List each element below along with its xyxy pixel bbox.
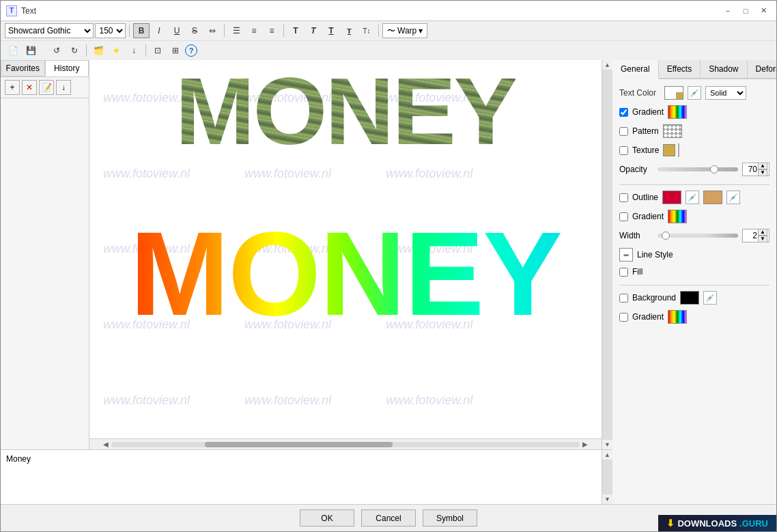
outline-gradient-swatch[interactable] bbox=[668, 210, 687, 223]
bg-gradient-checkbox[interactable] bbox=[619, 313, 628, 322]
redo-button[interactable]: ↻ bbox=[66, 43, 83, 58]
bg-gradient-swatch[interactable] bbox=[668, 310, 687, 324]
text-style-1-button[interactable]: T bbox=[287, 23, 304, 38]
text-input-field[interactable]: Money bbox=[1, 450, 602, 504]
vscroll-up-arrow[interactable]: ▲ bbox=[603, 60, 612, 70]
pattern-swatch[interactable] bbox=[663, 124, 682, 138]
warp-button[interactable]: 〜 Warp ▾ bbox=[382, 23, 427, 38]
gradient-checkbox[interactable] bbox=[619, 108, 628, 117]
view-options-button[interactable]: ⊞ bbox=[167, 43, 184, 58]
tab-shadow[interactable]: Shadow bbox=[701, 60, 747, 78]
text-vscroll-track bbox=[602, 460, 612, 494]
width-thumb[interactable] bbox=[662, 232, 670, 240]
italic-button[interactable]: I bbox=[151, 23, 167, 38]
import-button[interactable]: ↓ bbox=[126, 43, 142, 58]
maximize-button[interactable]: □ bbox=[738, 3, 753, 18]
cancel-button[interactable]: Cancel bbox=[361, 509, 416, 527]
sidebar-tabs: Favorites History bbox=[1, 60, 89, 77]
outline-fill-swatch[interactable] bbox=[703, 191, 722, 204]
gradient-swatch[interactable] bbox=[668, 105, 687, 119]
width-value-container: 2 ▲ ▼ bbox=[742, 229, 769, 242]
opacity-down-btn[interactable]: ▼ bbox=[758, 169, 767, 176]
font-select[interactable]: Showcard Gothic bbox=[5, 23, 94, 38]
outline-eyedropper[interactable]: 💉 bbox=[686, 191, 699, 204]
opacity-slider[interactable] bbox=[658, 167, 738, 171]
hscroll-right-arrow[interactable]: ▶ bbox=[582, 440, 588, 448]
watermark-text: www.fotoview.nl bbox=[244, 393, 331, 408]
direction-button[interactable]: ⇔ bbox=[204, 23, 221, 38]
save-button[interactable]: 💾 bbox=[23, 43, 39, 58]
bg-gradient-row: Gradient bbox=[619, 310, 769, 324]
align-right-button[interactable]: ≡ bbox=[264, 23, 280, 38]
tab-deform[interactable]: Deform bbox=[748, 60, 776, 78]
divider-1 bbox=[619, 184, 769, 185]
text-color-swatch[interactable] bbox=[664, 86, 683, 100]
outline-checkbox[interactable] bbox=[619, 193, 628, 202]
remove-favorite-button[interactable]: ✕ bbox=[22, 80, 37, 95]
canvas-area[interactable]: www.fotoview.nl www.fotoview.nl www.foto… bbox=[89, 60, 602, 438]
background-eyedropper[interactable]: 💉 bbox=[703, 291, 717, 305]
left-and-canvas: Favorites History + ✕ 📝 ↓ bbox=[1, 60, 612, 504]
outline-fill-eyedropper[interactable]: 💉 bbox=[726, 191, 740, 204]
bold-button[interactable]: B bbox=[133, 23, 150, 38]
title-bar-controls: − □ ✕ bbox=[720, 3, 771, 18]
text-style-5-button[interactable]: T↕ bbox=[358, 23, 375, 38]
vscroll-track[interactable] bbox=[602, 70, 612, 440]
text-style-4-button[interactable]: T̲ bbox=[341, 23, 357, 38]
background-checkbox[interactable] bbox=[619, 294, 628, 303]
toolbar-sep-5 bbox=[86, 44, 87, 57]
width-down-btn[interactable]: ▼ bbox=[758, 236, 767, 242]
texture-swatch[interactable] bbox=[663, 144, 675, 156]
tab-favorites[interactable]: Favorites bbox=[1, 60, 45, 76]
favorites-button[interactable]: ★ bbox=[108, 43, 124, 58]
opacity-up-btn[interactable]: ▲ bbox=[758, 163, 767, 169]
symbol-button[interactable]: Symbol bbox=[423, 509, 477, 527]
edit-favorite-button[interactable]: 📝 bbox=[39, 80, 54, 95]
import-favorite-button[interactable]: ↓ bbox=[56, 80, 71, 95]
strikethrough-button[interactable]: S bbox=[186, 23, 203, 38]
new-button[interactable]: 📄 bbox=[5, 43, 21, 58]
hscroll-left-arrow[interactable]: ◀ bbox=[103, 440, 109, 448]
add-favorite-button[interactable]: + bbox=[5, 80, 20, 95]
close-button[interactable]: ✕ bbox=[756, 3, 771, 18]
open-file-button[interactable]: 🗂️ bbox=[90, 43, 107, 58]
hscroll-thumb[interactable] bbox=[205, 442, 392, 447]
outline-gradient-checkbox[interactable] bbox=[619, 212, 628, 221]
gradient-label: Gradient bbox=[632, 107, 664, 117]
background-color-swatch[interactable] bbox=[680, 291, 699, 305]
texture-checkbox[interactable] bbox=[619, 146, 628, 155]
text-vscroll-up[interactable]: ▲ bbox=[603, 450, 612, 460]
vscroll-down-arrow[interactable]: ▼ bbox=[603, 440, 612, 449]
font-size-select[interactable]: 150 bbox=[95, 23, 126, 38]
watermark-text: www.fotoview.nl bbox=[386, 167, 472, 181]
outline-color-swatch[interactable] bbox=[662, 191, 681, 204]
tab-effects[interactable]: Effects bbox=[659, 60, 701, 78]
text-style-2-button[interactable]: T bbox=[305, 23, 322, 38]
color-type-select[interactable]: Solid bbox=[705, 86, 746, 100]
width-slider[interactable] bbox=[658, 234, 738, 238]
tab-general[interactable]: General bbox=[612, 60, 659, 79]
opacity-thumb[interactable] bbox=[710, 165, 718, 173]
money-top-container: MONEY bbox=[89, 60, 602, 163]
fullscreen-button[interactable]: ⊡ bbox=[150, 43, 166, 58]
align-center-button[interactable]: ≡ bbox=[246, 23, 262, 38]
align-left-button[interactable]: ☰ bbox=[228, 23, 244, 38]
money-main-text: MONEY bbox=[130, 214, 561, 333]
ok-button[interactable]: OK bbox=[300, 509, 354, 527]
help-button[interactable]: ? bbox=[185, 44, 197, 57]
line-style-icon[interactable]: ═ bbox=[619, 248, 633, 262]
warp-label: Warp bbox=[397, 26, 416, 36]
text-color-eyedropper[interactable]: 💉 bbox=[688, 86, 701, 100]
width-up-btn[interactable]: ▲ bbox=[758, 229, 767, 236]
watermark-text: www.fotoview.nl bbox=[103, 393, 190, 408]
text-vscroll-down[interactable]: ▼ bbox=[603, 494, 612, 504]
tab-history[interactable]: History bbox=[45, 60, 89, 76]
minimize-button[interactable]: − bbox=[720, 3, 735, 18]
fill-checkbox[interactable] bbox=[619, 268, 628, 277]
hscroll-track[interactable] bbox=[111, 442, 580, 447]
pattern-checkbox[interactable] bbox=[619, 127, 628, 136]
undo-button[interactable]: ↺ bbox=[48, 43, 65, 58]
underline-button[interactable]: U bbox=[169, 23, 185, 38]
texture-preview[interactable] bbox=[678, 143, 679, 157]
text-style-3-button[interactable]: T bbox=[323, 23, 339, 38]
